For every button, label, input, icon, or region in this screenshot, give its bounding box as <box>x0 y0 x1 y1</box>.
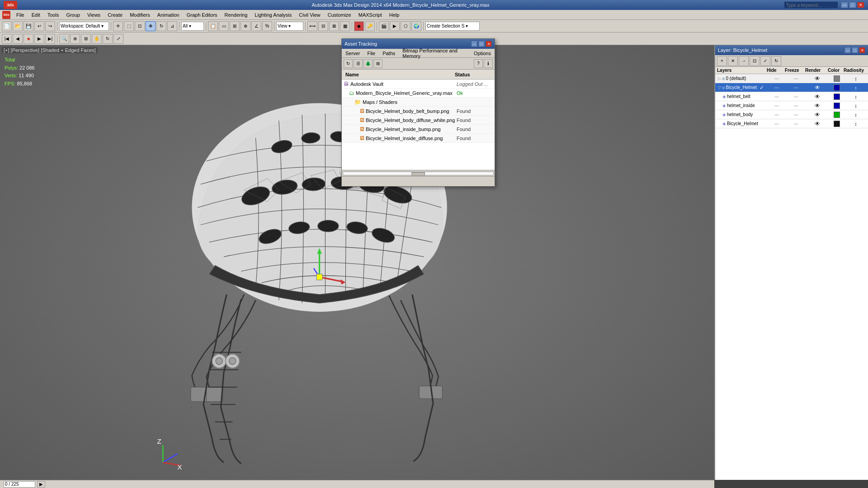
keyframe-button[interactable]: ◆ <box>354 21 364 31</box>
close-button[interactable]: ✕ <box>857 2 864 8</box>
menu-item-customize[interactable]: Customize <box>324 10 355 19</box>
menu-item-animation[interactable]: Animation <box>154 10 183 19</box>
menu-item-graph-editors[interactable]: Graph Editors <box>183 10 221 19</box>
render-col[interactable]: 👁 <box>806 75 829 82</box>
layer-manager-button[interactable]: ▦ <box>340 21 350 31</box>
create-layer-button[interactable]: + <box>717 56 727 66</box>
at-scroll-thumb[interactable] <box>411 172 425 176</box>
mirror-button[interactable]: ⟺ <box>307 21 317 31</box>
hide-col[interactable]: — <box>768 85 786 90</box>
open-button[interactable]: 📂 <box>13 21 23 31</box>
hide-col[interactable]: — <box>768 94 786 99</box>
zoom-button[interactable]: 🔍 <box>59 34 69 44</box>
render-button[interactable]: ▶ <box>390 21 400 31</box>
select-all-button[interactable]: ⊡ <box>135 21 145 31</box>
percent-snap-button[interactable]: % <box>262 21 272 31</box>
render-col[interactable]: 👁 <box>806 112 829 118</box>
list-item[interactable]: 🖼 Bicycle_Helmet_body_belt_bump.png Foun… <box>342 107 495 116</box>
menu-item-lighting[interactable]: Lighting Analysis <box>251 10 295 19</box>
freeze-col[interactable]: — <box>786 121 806 126</box>
layer-row[interactable]: ◈ helmet_belt — — 👁 ↕ <box>715 92 868 101</box>
delete-layer-button[interactable]: ✕ <box>728 56 738 66</box>
radiosity-col[interactable]: ↕ <box>844 85 867 90</box>
render-env-button[interactable]: 🌍 <box>411 21 421 31</box>
render-col[interactable]: 👁 <box>806 84 829 91</box>
render-setup-button[interactable]: 🎬 <box>379 21 389 31</box>
layers-maximize-button[interactable]: □ <box>852 47 858 53</box>
angle-snap-button[interactable]: ∠ <box>251 21 261 31</box>
set-current-button[interactable]: ✓ <box>760 56 770 66</box>
at-refresh-button[interactable]: ↻ <box>344 59 353 68</box>
list-item[interactable]: 🖼 Bicycle_Helmet_inside_diffuse.png Foun… <box>342 134 495 143</box>
radiosity-col[interactable]: ↕ <box>844 121 867 127</box>
view-dropdown[interactable]: View ▾ <box>276 22 303 31</box>
redo-button[interactable]: ↪ <box>45 21 55 31</box>
zoom-all-button[interactable]: ⊕ <box>70 34 80 44</box>
list-item[interactable]: 🖼 Bicycle_Helmet_body_diffuse_white.png … <box>342 116 495 125</box>
set-key-button[interactable]: 🔑 <box>365 21 375 31</box>
layer-color-swatch[interactable] <box>834 75 840 82</box>
color-col[interactable] <box>829 75 844 82</box>
freeze-col[interactable]: — <box>786 85 806 90</box>
list-item[interactable]: 🖼 Bicycle_Helmet_inside_bump.png Found <box>342 125 495 134</box>
list-item[interactable]: 🗂 Modern_Bicycle_Helmet_Generic_vray.max… <box>342 89 495 98</box>
rect-select-button[interactable]: ▭ <box>219 21 229 31</box>
menu-item-maxscript[interactable]: MAXScript <box>355 10 386 19</box>
color-col[interactable] <box>829 112 844 118</box>
render-col[interactable]: 👁 <box>806 121 829 127</box>
freeze-col[interactable]: — <box>786 94 806 99</box>
global-search-input[interactable] <box>784 1 838 9</box>
filter-dropdown[interactable]: All ▾ <box>181 22 204 31</box>
move-button[interactable]: ✙ <box>146 21 156 31</box>
prev-frame-button[interactable]: ◀ <box>13 34 23 44</box>
menu-item-group[interactable]: Group <box>62 10 84 19</box>
at-close-button[interactable]: ✕ <box>486 41 492 47</box>
list-item[interactable]: 📁 Maps / Shaders <box>342 98 495 107</box>
material-editor-button[interactable]: ⬡ <box>401 21 410 31</box>
freeze-col[interactable]: — <box>786 103 806 108</box>
layer-color-swatch[interactable] <box>834 121 840 127</box>
workspace-dropdown[interactable]: Workspace: Default ▾ <box>59 22 109 31</box>
align-button[interactable]: ⊟ <box>318 21 328 31</box>
color-col[interactable] <box>829 121 844 127</box>
layer-row[interactable]: ◈ helmet_inside — — 👁 ↕ <box>715 101 868 110</box>
new-button[interactable]: 📄 <box>2 21 12 31</box>
select-objects-button[interactable]: ⊡ <box>750 56 760 66</box>
select-region-button[interactable]: ⬚ <box>124 21 134 31</box>
at-minimize-button[interactable]: — <box>471 41 477 47</box>
radiosity-col[interactable]: ↕ <box>844 76 867 81</box>
hide-col[interactable]: — <box>768 112 786 117</box>
layer-row[interactable]: ▽ ≡ Bicycle_Helmet ✓ — — 👁 ↕ <box>715 83 868 92</box>
at-scrollbar[interactable] <box>342 170 495 176</box>
maximize-button[interactable]: □ <box>849 2 856 8</box>
zoom-region-button[interactable]: ⊞ <box>81 34 91 44</box>
select-by-name-button[interactable]: 📋 <box>208 21 218 31</box>
layer-color-swatch[interactable] <box>834 112 840 118</box>
menu-item-create[interactable]: Create <box>104 10 126 19</box>
color-col[interactable] <box>829 84 844 91</box>
arc-rotate-button[interactable]: ↻ <box>103 34 113 44</box>
menu-item-edit[interactable]: Edit <box>28 10 44 19</box>
layer-color-swatch[interactable] <box>834 84 840 91</box>
add-to-layer-button[interactable]: → <box>739 56 749 66</box>
radiosity-col[interactable]: ↕ <box>844 94 867 99</box>
at-help-button[interactable]: ? <box>474 59 483 68</box>
rotate-button[interactable]: ↻ <box>156 21 166 31</box>
maximize-viewport-button[interactable]: ⤢ <box>113 34 123 44</box>
save-button[interactable]: 💾 <box>24 21 33 31</box>
play-status-button[interactable]: ▶ <box>37 481 45 488</box>
render-col[interactable]: 👁 <box>806 94 829 100</box>
layers-minimize-button[interactable]: — <box>844 47 851 53</box>
menu-item-views[interactable]: Views <box>84 10 104 19</box>
list-item[interactable]: 🏛 Autodesk Vault Logged Out ... <box>342 80 495 89</box>
viewport-label[interactable]: [+] [Perspective] [Shaded + Edged Faces] <box>2 47 98 53</box>
last-frame-button[interactable]: ▶| <box>45 34 55 44</box>
refresh-button[interactable]: ↻ <box>771 56 781 66</box>
menu-item-tools[interactable]: Tools <box>44 10 63 19</box>
layer-row[interactable]: ▷ ≡ 0 (default) — — 👁 ↕ <box>715 74 868 83</box>
at-grid-button[interactable]: ⊞ <box>373 59 382 68</box>
at-tree-view-button[interactable]: 🌲 <box>363 59 373 68</box>
select-button[interactable]: ✛ <box>113 21 123 31</box>
align-view-button[interactable]: ⊠ <box>329 21 339 31</box>
at-menu-bitmap[interactable]: Bitmap Performance and Memory <box>399 49 470 57</box>
